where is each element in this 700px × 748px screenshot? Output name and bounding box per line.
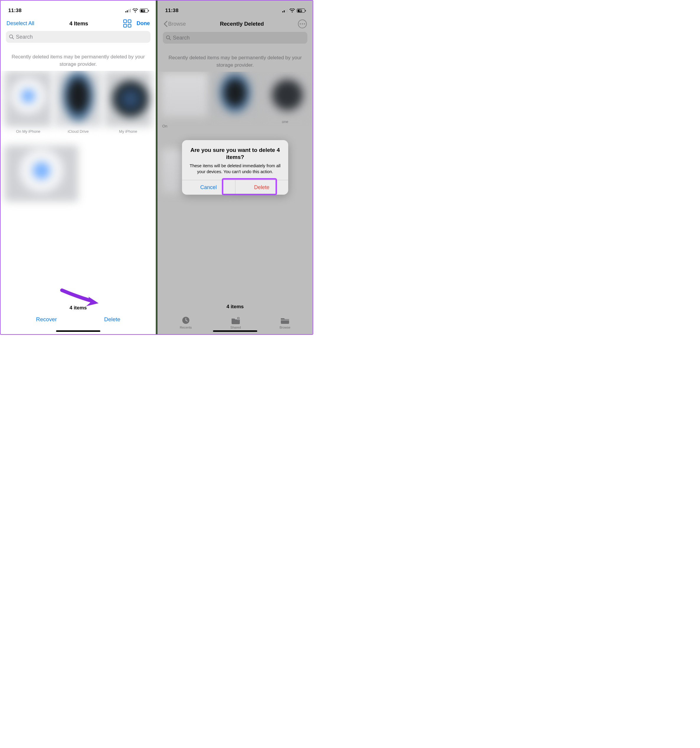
file-thumbnail — [212, 73, 259, 117]
delete-button[interactable]: Delete — [104, 316, 120, 323]
done-button[interactable]: Done — [137, 20, 150, 27]
recover-button[interactable]: Recover — [36, 316, 57, 323]
nav-bar: Deselect All 4 Items Done — [1, 17, 156, 29]
clock-icon — [181, 316, 190, 324]
status-time: 11:38 — [165, 8, 178, 14]
file-grid: On My iPhone iCloud Drive My iPhone — [1, 71, 156, 303]
item-count: 4 items — [1, 303, 156, 312]
svg-point-6 — [238, 317, 239, 318]
delete-confirm-alert: Are you sure you want to delete 4 items?… — [182, 140, 288, 195]
status-bar: 11:38 67 — [1, 1, 156, 17]
wifi-icon — [289, 9, 295, 13]
svg-line-1 — [12, 38, 14, 39]
cellular-icon — [125, 9, 131, 12]
alert-cancel-button[interactable]: Cancel — [182, 180, 235, 195]
file-thumbnail — [5, 71, 52, 127]
shared-folder-icon — [231, 316, 241, 324]
cellular-icon — [282, 9, 288, 12]
tab-label: Recents — [180, 325, 192, 329]
search-placeholder: Search — [16, 34, 33, 40]
back-button[interactable]: Browse — [163, 21, 186, 27]
status-icons: 67 — [125, 9, 148, 13]
file-thumbnail — [262, 73, 309, 117]
tab-shared[interactable]: Shared — [230, 316, 241, 329]
file-thumbnail — [55, 71, 102, 127]
grid-view-icon[interactable] — [123, 20, 131, 27]
alert-title: Are you sure you want to delete 4 items? — [189, 147, 282, 161]
tab-label: Shared — [230, 325, 241, 329]
file-thumbnail — [162, 73, 208, 117]
file-item[interactable]: iCloud Drive — [55, 71, 102, 134]
search-field[interactable]: Search — [6, 31, 151, 43]
file-item[interactable] — [5, 145, 78, 201]
file-thumbnail — [5, 145, 78, 201]
file-location: one — [282, 119, 288, 124]
alert-delete-button[interactable]: Delete — [235, 180, 289, 195]
status-icons: 67 — [282, 9, 305, 13]
tab-recents[interactable]: Recents — [180, 316, 192, 329]
search-icon — [166, 35, 171, 40]
deselect-all-button[interactable]: Deselect All — [6, 20, 34, 27]
home-indicator[interactable] — [213, 330, 257, 332]
file-item[interactable]: My iPhone — [105, 71, 152, 134]
search-placeholder: Search — [173, 35, 190, 41]
back-label: Browse — [168, 21, 186, 27]
chevron-left-icon — [163, 21, 167, 27]
battery-icon: 67 — [297, 9, 305, 13]
wifi-icon — [132, 9, 138, 13]
file-location: My iPhone — [119, 129, 137, 134]
file-location: iCloud Drive — [68, 129, 89, 134]
nav-title: Recently Deleted — [220, 21, 264, 27]
svg-line-3 — [169, 39, 170, 40]
nav-bar: Browse Recently Deleted — [158, 17, 313, 30]
tab-label: Browse — [280, 325, 291, 329]
info-text: Recently deleted items may be permanentl… — [158, 44, 313, 71]
tab-bar: Recents Shared Browse — [158, 311, 313, 330]
battery-icon: 67 — [140, 9, 148, 13]
status-time: 11:38 — [8, 8, 21, 14]
file-item[interactable]: one — [262, 73, 309, 124]
alert-message: These items will be deleted immediately … — [189, 163, 282, 175]
phone-right: 11:38 67 Browse Recently Deleted Search … — [158, 1, 313, 334]
more-button[interactable] — [298, 20, 307, 28]
search-icon — [9, 34, 14, 40]
file-item[interactable] — [212, 73, 259, 124]
search-field[interactable]: Search — [163, 32, 307, 44]
folder-icon — [280, 316, 290, 324]
home-indicator[interactable] — [56, 330, 100, 332]
item-count: 4 items — [158, 301, 313, 311]
file-item[interactable]: On My iPhone — [5, 71, 52, 134]
info-text: Recently deleted items may be permanentl… — [1, 43, 156, 71]
phone-left: 11:38 67 Deselect All 4 Items Done Searc… — [1, 1, 156, 334]
file-item[interactable] — [162, 73, 208, 124]
tab-browse[interactable]: Browse — [280, 316, 291, 329]
bottom-toolbar: Recover Delete — [1, 312, 156, 330]
svg-rect-7 — [281, 320, 289, 320]
nav-title: 4 Items — [69, 20, 88, 27]
status-bar: 11:38 67 — [158, 1, 313, 17]
file-location: On — [162, 124, 309, 128]
file-location: On My iPhone — [16, 129, 40, 134]
file-thumbnail — [105, 71, 152, 127]
